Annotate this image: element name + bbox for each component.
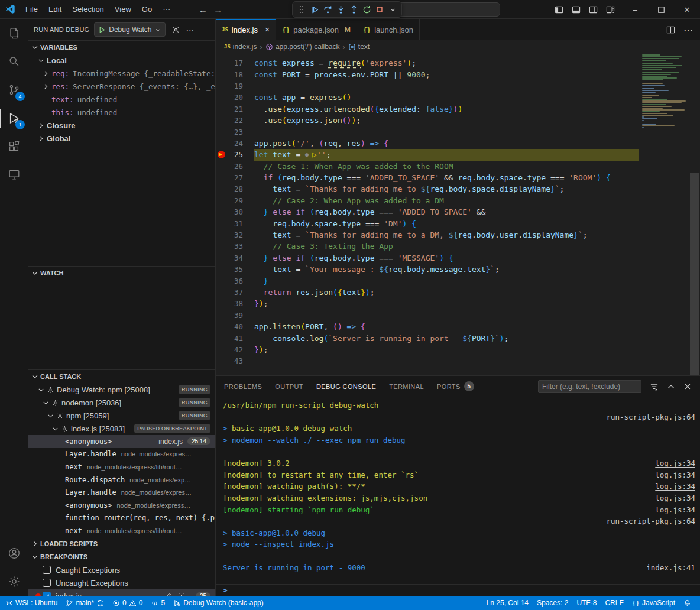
code-line[interactable]: 36 }: [216, 275, 639, 286]
code-line[interactable]: 35 text = `Your message : ${req.body.mes…: [216, 264, 639, 275]
code-line[interactable]: 24app.post('/', (req, res) => {: [216, 138, 639, 149]
toggle-panel-icon[interactable]: [572, 5, 581, 14]
callstack-frame-row[interactable]: <anonymous>index.js25:14: [28, 435, 215, 448]
variable-row[interactable]: res:ServerResponse {_events: {…}, _ev…: [28, 80, 215, 93]
indentation-setting[interactable]: Spaces: 2: [533, 596, 572, 610]
tab-index-js[interactable]: JS index.js ×: [216, 19, 276, 40]
continue-button[interactable]: [309, 3, 320, 16]
callstack-frame-row[interactable]: nextnode_modules/express/lib/rout…: [28, 524, 215, 537]
code-line[interactable]: 21 .use(express.urlencoded({extended: fa…: [216, 103, 639, 115]
callstack-session-row[interactable]: index.js [25083]PAUSED ON BREAKPOINT: [28, 422, 215, 435]
settings-gear-icon[interactable]: [0, 567, 28, 596]
step-out-button[interactable]: [348, 3, 359, 16]
drag-handle-icon[interactable]: [296, 3, 307, 16]
encoding-setting[interactable]: UTF-8: [572, 596, 601, 610]
tab-package-json[interactable]: {} package.json M: [276, 19, 357, 40]
console-line[interactable]: /usr/bin/npm run-script debug-watch: [223, 400, 695, 411]
code-line[interactable]: 37 return res.json({text});: [216, 287, 639, 298]
breakpoint-row[interactable]: index.js25: [28, 589, 215, 596]
code-line[interactable]: 38});: [216, 298, 639, 309]
source-link[interactable]: log.js:34: [655, 505, 695, 514]
console-line[interactable]: > basic-app@1.0.0 debug: [223, 527, 695, 539]
code-line[interactable]: 40app.listen(PORT, () => {: [216, 321, 639, 332]
code-line[interactable]: ▶25let text = ● ▷'';: [216, 149, 639, 160]
variables-scope-row[interactable]: Closure: [28, 119, 215, 132]
loaded-scripts-header[interactable]: LOADED SCRIPTS: [28, 537, 215, 550]
debug-config-dropdown[interactable]: Debug Watch: [94, 22, 165, 37]
console-filter-input[interactable]: [538, 380, 641, 393]
source-link[interactable]: run-script-pkg.js:64: [606, 413, 695, 421]
close-tab-icon[interactable]: ×: [265, 25, 270, 34]
source-link[interactable]: log.js:34: [655, 482, 695, 491]
code-line[interactable]: 18const PORT = process.env.PORT || 9000;: [216, 69, 639, 80]
variables-scope-row[interactable]: Global: [28, 132, 215, 145]
breakpoint-row[interactable]: Uncaught Exceptions: [28, 576, 215, 589]
watch-header[interactable]: WATCH: [28, 267, 215, 280]
callstack-frame-row[interactable]: function router(req, res, next) {.pr…: [28, 512, 215, 525]
breakpoint-row[interactable]: Caught Exceptions: [28, 563, 215, 576]
tab-problems[interactable]: PROBLEMS: [224, 377, 262, 397]
problems-indicator[interactable]: 0 0: [108, 596, 147, 610]
search-icon[interactable]: [0, 47, 28, 76]
close-window-button[interactable]: ✕: [674, 0, 700, 19]
console-line[interactable]: [nodemon] 3.0.2log.js:34: [223, 458, 695, 469]
editor-scrollbar[interactable]: [689, 53, 700, 375]
notifications-bell-icon[interactable]: [679, 596, 695, 610]
variable-row[interactable]: this:undefined: [28, 106, 215, 119]
code-line[interactable]: 39: [216, 310, 639, 321]
console-line[interactable]: > node --inspect index.js: [223, 538, 695, 550]
callstack-frame-row[interactable]: Layer.handlenode_modules/expres…: [28, 448, 215, 461]
console-line[interactable]: [nodemon] watching extensions: js,mjs,cj…: [223, 492, 695, 504]
minimize-button[interactable]: –: [622, 0, 648, 19]
console-line[interactable]: [nodemon] watching path(s): **/*log.js:3…: [223, 481, 695, 492]
eol-setting[interactable]: CRLF: [601, 596, 627, 610]
editor-more-actions-icon[interactable]: ⋯: [683, 24, 693, 35]
console-line[interactable]: run-script-pkg.js:64: [223, 515, 695, 527]
debug-session-indicator[interactable]: Debug Watch (basic-app): [169, 596, 268, 610]
code-editor[interactable]: 17const express = require('express');18c…: [216, 53, 700, 375]
variable-row[interactable]: req:IncomingMessage {_readableState: …: [28, 67, 215, 80]
variables-scope-row[interactable]: Local: [28, 54, 215, 67]
forwarded-ports-indicator[interactable]: 5: [147, 596, 169, 610]
stop-button[interactable]: [374, 3, 385, 16]
step-into-button[interactable]: [335, 3, 346, 16]
code-line[interactable]: 41 console.log(`Server is running in por…: [216, 332, 639, 343]
menu-overflow[interactable]: ⋯: [157, 3, 176, 16]
code-line[interactable]: 43: [216, 355, 639, 366]
close-panel-icon[interactable]: [683, 382, 692, 391]
explorer-icon[interactable]: [0, 19, 28, 47]
source-link[interactable]: log.js:34: [655, 471, 695, 479]
code-line[interactable]: 23: [216, 126, 639, 137]
minimap[interactable]: [639, 53, 688, 375]
breakpoint-checkbox[interactable]: [43, 566, 51, 574]
debug-console-output[interactable]: /usr/bin/npm run-script debug-watchrun-s…: [216, 397, 700, 584]
customize-layout-icon[interactable]: [606, 5, 615, 14]
code-line[interactable]: 20const app = express(): [216, 92, 639, 103]
source-control-icon[interactable]: 4: [0, 76, 28, 104]
tab-debug-console[interactable]: DEBUG CONSOLE: [316, 377, 376, 397]
breadcrumb-symbol-text[interactable]: text: [348, 43, 370, 51]
code-line[interactable]: 27 if (req.body.type === 'ADDED_TO_SPACE…: [216, 172, 639, 183]
breakpoint-paused-icon[interactable]: ▶: [216, 151, 228, 158]
code-line[interactable]: 32 text = `Thanks for adding me to a DM,…: [216, 229, 639, 241]
console-line[interactable]: > basic-app@1.0.0 debug-watch: [223, 423, 695, 434]
step-over-button[interactable]: [322, 3, 333, 16]
breakpoint-checkbox[interactable]: [43, 592, 51, 596]
menu-go[interactable]: Go: [137, 3, 157, 16]
variable-row[interactable]: text:undefined: [28, 93, 215, 106]
split-editor-icon[interactable]: [666, 25, 675, 34]
tab-terminal[interactable]: TERMINAL: [389, 377, 424, 397]
debug-console-input[interactable]: >: [216, 584, 700, 596]
callstack-frame-row[interactable]: <anonymous>node_modules/express…: [28, 499, 215, 512]
code-line[interactable]: 19: [216, 80, 639, 92]
forward-arrow-icon[interactable]: →: [213, 5, 222, 15]
breakpoints-header[interactable]: BREAKPOINTS: [28, 550, 215, 563]
account-icon[interactable]: [0, 539, 28, 567]
toggle-secondary-sidebar-icon[interactable]: [589, 5, 598, 14]
console-line[interactable]: run-script-pkg.js:64: [223, 411, 695, 423]
code-line[interactable]: 22 .use(express.json());: [216, 115, 639, 126]
debug-settings-gear-icon[interactable]: [171, 25, 180, 34]
console-line[interactable]: [223, 550, 695, 562]
sidebar-more-actions-icon[interactable]: ⋯: [186, 25, 195, 34]
restart-button[interactable]: [361, 3, 372, 16]
